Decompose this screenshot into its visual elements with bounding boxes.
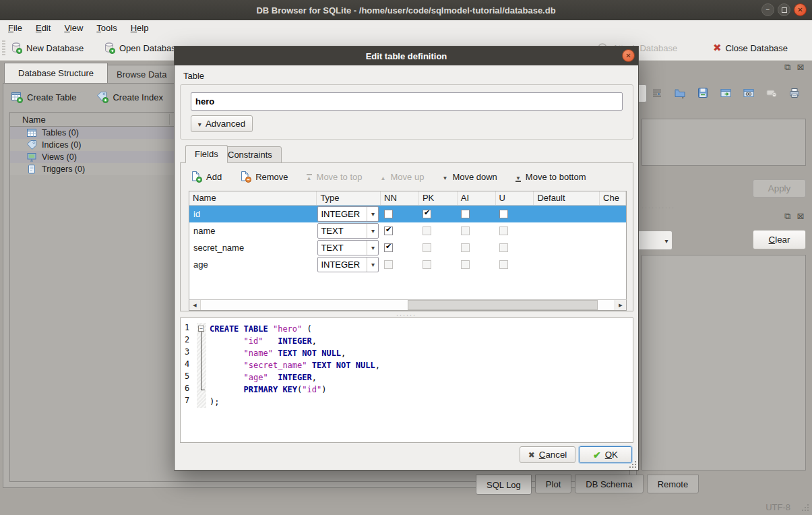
export-button[interactable] — [694, 84, 711, 102]
dialog-close-icon[interactable] — [622, 49, 635, 62]
u-checkbox-cell — [496, 206, 534, 222]
nn-checkbox[interactable] — [384, 210, 393, 218]
tab-db-schema[interactable]: DB Schema — [575, 475, 643, 493]
field-name-cell[interactable]: id — [189, 206, 317, 222]
column-header-che[interactable]: Che — [600, 191, 626, 205]
remove-button[interactable]: Remove — [239, 171, 288, 183]
field-row-secret_name[interactable]: secret_nameTEXT — [189, 239, 626, 256]
check-cell[interactable] — [600, 206, 626, 222]
default-cell[interactable] — [534, 256, 600, 273]
tab-constraints[interactable]: Constraints — [218, 146, 282, 163]
print-button[interactable] — [786, 84, 803, 102]
table-name-input[interactable] — [191, 92, 623, 111]
close-window-icon[interactable] — [794, 3, 807, 16]
u-checkbox[interactable] — [499, 243, 508, 252]
field-row-name[interactable]: nameTEXT — [189, 222, 626, 239]
menu-edit[interactable]: Edit — [29, 22, 57, 34]
fields-grid-hscrollbar[interactable]: ◀ ▶ — [189, 299, 627, 311]
fold-marker[interactable] — [197, 323, 206, 335]
check-cell[interactable] — [600, 239, 626, 256]
tab-plot[interactable]: Plot — [535, 475, 571, 493]
field-name-cell[interactable]: name — [189, 222, 317, 239]
dialog-titlebar[interactable]: Edit table definition — [175, 47, 638, 65]
link-button[interactable] — [740, 84, 757, 102]
create-index-button[interactable]: Create Index — [92, 89, 166, 105]
nn-checkbox[interactable] — [384, 260, 393, 269]
u-checkbox[interactable] — [499, 226, 508, 235]
tab-remote[interactable]: Remote — [647, 475, 699, 493]
u-checkbox[interactable] — [499, 260, 508, 269]
pk-checkbox[interactable] — [423, 210, 431, 218]
scrollbar-thumb[interactable] — [408, 300, 598, 310]
float-dock-icon[interactable] — [783, 62, 792, 73]
text-edit-mode-button[interactable] — [648, 84, 665, 102]
tab-browse-data[interactable]: Browse Data — [102, 65, 181, 83]
column-header-name[interactable]: Name — [189, 191, 317, 205]
menu-help[interactable]: Help — [124, 22, 156, 34]
field-type-combo[interactable]: TEXT — [317, 240, 379, 255]
close-dock-icon[interactable] — [796, 62, 805, 73]
maximize-icon[interactable] — [778, 3, 790, 16]
import-button[interactable] — [671, 84, 688, 102]
menu-view[interactable]: View — [57, 22, 90, 34]
pk-checkbox[interactable] — [423, 226, 431, 235]
default-cell[interactable] — [534, 239, 600, 256]
ai-checkbox[interactable] — [461, 226, 470, 235]
toolbar-drag-handle[interactable] — [2, 40, 5, 56]
dialog-resize-grip[interactable] — [627, 459, 637, 468]
u-checkbox[interactable] — [499, 210, 508, 218]
field-row-id[interactable]: idINTEGER — [189, 206, 626, 222]
move-down-button[interactable]: Move down — [441, 172, 497, 182]
nn-checkbox[interactable] — [384, 243, 393, 252]
check-cell[interactable] — [600, 256, 626, 273]
tab-database-structure[interactable]: Database Structure — [4, 63, 108, 83]
ai-checkbox[interactable] — [461, 243, 470, 252]
new-database-button[interactable]: New Database — [7, 38, 87, 57]
close-dock-icon[interactable] — [796, 211, 805, 222]
menu-tools[interactable]: Tools — [90, 22, 123, 34]
scrollbar-track[interactable] — [201, 300, 615, 310]
field-name-cell[interactable]: secret_name — [189, 239, 317, 256]
close-database-button[interactable]: Close Database — [710, 38, 791, 57]
menu-file[interactable]: File — [1, 22, 29, 34]
move-to-bottom-button[interactable]: Move to bottom — [515, 172, 586, 182]
scroll-right-icon[interactable]: ▶ — [615, 300, 626, 310]
float-dock-icon[interactable] — [783, 211, 792, 222]
tab-sql-log[interactable]: SQL Log — [476, 475, 532, 495]
ai-checkbox[interactable] — [461, 260, 470, 269]
default-cell[interactable] — [534, 222, 600, 239]
nn-checkbox[interactable] — [384, 226, 393, 235]
window-resize-grip[interactable] — [800, 502, 809, 512]
set-null-button[interactable] — [763, 84, 780, 102]
advanced-button[interactable]: Advanced — [191, 115, 253, 132]
field-type-combo[interactable]: TEXT — [317, 223, 379, 239]
field-type-combo[interactable]: INTEGER — [317, 206, 379, 222]
window-titlebar[interactable]: DB Browser for SQLite - /home/user/code/… — [0, 0, 812, 21]
column-header-pk[interactable]: PK — [419, 191, 458, 205]
open-in-window-button[interactable] — [717, 84, 734, 102]
dock-splitter-handle[interactable]: ·········· — [642, 204, 675, 211]
cancel-button[interactable]: Cancel — [520, 446, 575, 463]
column-header-u[interactable]: U — [496, 191, 534, 205]
clear-log-button[interactable]: Clear — [753, 230, 806, 249]
tab-fields[interactable]: Fields — [185, 145, 228, 163]
ok-button[interactable]: OK — [579, 446, 632, 463]
column-header-ai[interactable]: AI — [458, 191, 496, 205]
ai-checkbox[interactable] — [461, 210, 470, 218]
pk-checkbox[interactable] — [423, 260, 431, 269]
pk-checkbox[interactable] — [423, 243, 431, 252]
column-header-nn[interactable]: NN — [381, 191, 419, 205]
scroll-left-icon[interactable]: ◀ — [189, 300, 201, 310]
default-cell[interactable] — [534, 206, 600, 222]
column-header-type[interactable]: Type — [317, 191, 381, 205]
create-table-button[interactable]: Create Table — [7, 89, 80, 105]
field-name-cell[interactable]: age — [189, 256, 317, 273]
check-cell[interactable] — [600, 222, 626, 239]
minimize-icon[interactable] — [761, 3, 774, 16]
add-button[interactable]: Add — [190, 171, 222, 183]
column-header-default[interactable]: Default — [534, 191, 600, 205]
field-row-age[interactable]: ageINTEGER — [189, 256, 626, 273]
edit-cell-mode-combo-partial[interactable] — [639, 84, 647, 102]
open-database-button[interactable]: Open Database — [100, 38, 184, 57]
field-type-combo[interactable]: INTEGER — [317, 257, 379, 272]
